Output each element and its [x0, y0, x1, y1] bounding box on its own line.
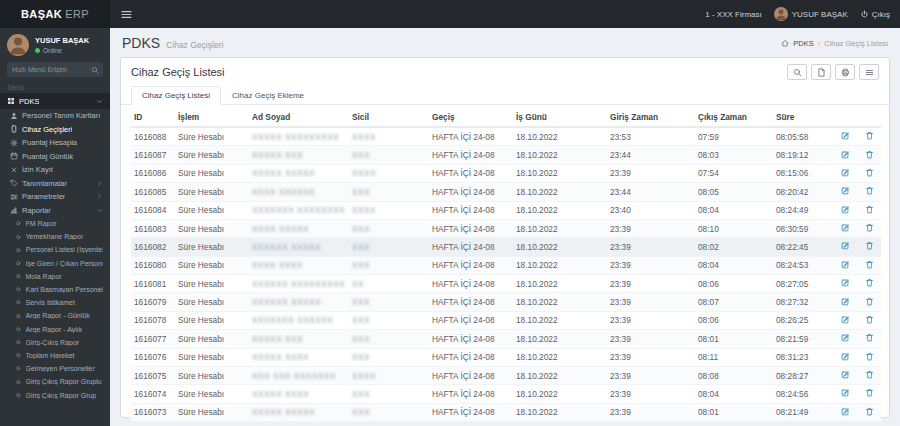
edit-row-button[interactable]	[841, 297, 850, 306]
sidebar-item-fm-rapor[interactable]: FM Rapor	[0, 217, 110, 230]
sidebar-item-i-zin-kayıt[interactable]: İzin Kayıt	[0, 163, 110, 177]
cell-sure: 08:26:25	[773, 311, 833, 329]
delete-row-button[interactable]	[865, 297, 874, 306]
table-row[interactable]: 1616075Süre HesabıXXX XXX XXXXXXXXXXXHAF…	[131, 366, 881, 384]
app-logo[interactable]: BAŞAKERP	[0, 0, 110, 28]
delete-row-button[interactable]	[865, 131, 874, 140]
cell-gecis: HAFTA İÇİ 24-08	[429, 127, 513, 146]
logout-label: Çıkış	[872, 10, 890, 19]
redacted-text: XXXXX XXXX	[252, 352, 309, 362]
edit-row-button[interactable]	[841, 315, 850, 324]
export-button[interactable]	[811, 64, 831, 80]
delete-row-button[interactable]	[865, 150, 874, 159]
table-row[interactable]: 1616073Süre HesabıXXXXX XXXXXXXXHAFTA İÇ…	[131, 403, 881, 421]
sidebar-item-pdks[interactable]: PDKS	[0, 93, 110, 109]
table-row[interactable]: 1616082Süre HesabıXXXXXX XXXXXXXXHAFTA İ…	[131, 238, 881, 256]
table-search-button[interactable]	[787, 64, 807, 80]
cell-is-gunu: 18.10.2022	[513, 256, 607, 274]
sidebar-item-kart-basmayan-personeller[interactable]: Kart Basmayan Personeller	[0, 283, 110, 296]
edit-row-button[interactable]	[841, 186, 850, 195]
edit-row-button[interactable]	[841, 150, 850, 159]
sidebar-item-yemekhane-rapor[interactable]: Yemekhane Rapor	[0, 230, 110, 243]
table-row[interactable]: 1616085Süre HesabıXXXX XXXXXXXXXHAFTA İÇ…	[131, 183, 881, 201]
edit-row-button[interactable]	[841, 407, 850, 416]
sidebar-item-raporlar[interactable]: Raporlar	[0, 204, 110, 218]
delete-row-button[interactable]	[865, 352, 874, 361]
edit-row-button[interactable]	[841, 352, 850, 361]
tab-cihaz-geçiş-ekleme[interactable]: Cihaz Geçiş Ekleme	[221, 86, 315, 105]
table-row[interactable]: 1616077Süre HesabıXXXXX XXXXXXHAFTA İÇİ …	[131, 330, 881, 348]
edit-row-button[interactable]	[841, 278, 850, 287]
sidebar-item-parametreler[interactable]: Parametreler	[0, 190, 110, 204]
breadcrumb-item[interactable]: PDKS	[793, 39, 813, 48]
delete-row-button[interactable]	[865, 370, 874, 379]
delete-row-button[interactable]	[865, 278, 874, 287]
sidebar-item-arge-rapor-günlük[interactable]: Arge Rapor - Günlük	[0, 309, 110, 322]
table-row[interactable]: 1616080Süre HesabıXXXX XXXXXXXHAFTA İÇİ …	[131, 256, 881, 274]
table-row[interactable]: 1616081Süre HesabıXXXXXX XXXXXXXXXXXHAFT…	[131, 275, 881, 293]
sidebar-item-giriş-çıkış-rapor-gruplu[interactable]: Giriş Çıkış Rapor Gruplu	[0, 375, 110, 388]
sidebar-item-servis-i-stikamet[interactable]: Servis İstikamet	[0, 296, 110, 309]
delete-row-button[interactable]	[865, 205, 874, 214]
sidebar-item-puantaj-hesapla[interactable]: Puantaj Hesapla	[0, 136, 110, 150]
company-name[interactable]: 1 - XXX Firması	[705, 10, 761, 19]
sidebar-item-giriş-çıkış-rapor[interactable]: Giriş-Çıkış Rapor	[0, 336, 110, 349]
table-row[interactable]: 1616088Süre HesabıXXXXX XXXXXXXXXXXXXHAF…	[131, 127, 881, 146]
sidebar-item-gelmeyen-personeller[interactable]: Gelmeyen Personeller	[0, 362, 110, 375]
cell-ad-soyad: XXXXX XXXXX	[249, 403, 349, 421]
sidebar-item-personel-tanım-kartları[interactable]: Personel Tanım Kartları	[0, 109, 110, 123]
sidebar-item-arge-rapor-aylık[interactable]: Arge Rapor - Aylık	[0, 323, 110, 336]
delete-row-button[interactable]	[865, 260, 874, 269]
delete-row-button[interactable]	[865, 168, 874, 177]
edit-row-button[interactable]	[841, 370, 850, 379]
sidebar-item-cihaz-geçişleri[interactable]: Cihaz Geçişleri	[0, 123, 110, 137]
table-row[interactable]: 1616083Süre HesabıXXXX XXXXXXXXHAFTA İÇİ…	[131, 219, 881, 237]
cell-islem: Süre Hesabı	[175, 366, 249, 384]
user-name: YUSUF BAŞAK	[792, 10, 848, 19]
calendar-icon	[10, 152, 18, 160]
table-row[interactable]: 1616078Süre HesabıXXXXXXX XXXXXXXXXHAFTA…	[131, 311, 881, 329]
table-row[interactable]: 1616076Süre HesabıXXXXX XXXXXXXHAFTA İÇİ…	[131, 348, 881, 366]
trash-icon	[865, 260, 874, 269]
cell-sure: 08:05:58	[773, 127, 833, 146]
table-row[interactable]: 1616084Süre HesabıXXXXXXX XXXXXXXXXXXXHA…	[131, 201, 881, 219]
table-menu-button[interactable]	[859, 64, 879, 80]
sidebar-item-giriş-çıkış-rapor-grup[interactable]: Giriş Çıkış Rapor Grup	[0, 388, 110, 401]
redacted-text: XXXX	[352, 371, 376, 381]
print-button[interactable]	[835, 64, 855, 80]
menu-search-button[interactable]	[87, 62, 103, 77]
edit-row-button[interactable]	[841, 131, 850, 140]
delete-row-button[interactable]	[865, 223, 874, 232]
sidebar-toggle-icon[interactable]	[120, 8, 133, 21]
sidebar-item-i-şe-giren-çıkan-personeller[interactable]: İşe Giren / Çıkan Personeller	[0, 257, 110, 270]
table-row[interactable]: 1616074Süre HesabıXXXXX XXXXXXXHAFTA İÇİ…	[131, 385, 881, 403]
delete-row-button[interactable]	[865, 241, 874, 250]
sidebar-item-puantaj-günlük[interactable]: Puantaj Günlük	[0, 150, 110, 164]
table-row[interactable]: 1616086Süre HesabıXXXXX XXXXXXXXXHAFTA İ…	[131, 164, 881, 182]
sidebar-item-mola-rapor[interactable]: Mola Rapor	[0, 270, 110, 283]
table-row[interactable]: 1616079Süre HesabıXXXXXX XXXXXXXXHAFTA İ…	[131, 293, 881, 311]
delete-row-button[interactable]	[865, 333, 874, 342]
delete-row-button[interactable]	[865, 186, 874, 195]
table-row[interactable]: 1616087Süre HesabıXXXXX XXXXXXHAFTA İÇİ …	[131, 146, 881, 164]
edit-row-button[interactable]	[841, 223, 850, 232]
user-menu[interactable]: YUSUF BAŞAK	[774, 7, 848, 21]
edit-row-button[interactable]	[841, 388, 850, 397]
edit-row-button[interactable]	[841, 241, 850, 250]
cell-is-gunu: 18.10.2022	[513, 183, 607, 201]
sidebar-menu: PDKSPersonel Tanım KartlarıCihaz Geçişle…	[0, 93, 110, 426]
edit-row-button[interactable]	[841, 260, 850, 269]
sidebar-item-toplam-hareket[interactable]: Toplam Hareket	[0, 349, 110, 362]
edit-row-button[interactable]	[841, 205, 850, 214]
delete-row-button[interactable]	[865, 315, 874, 324]
search-icon	[91, 66, 99, 74]
edit-row-button[interactable]	[841, 168, 850, 177]
menu-search-input[interactable]	[7, 62, 87, 77]
delete-row-button[interactable]	[865, 388, 874, 397]
logout-button[interactable]: Çıkış	[860, 10, 890, 19]
tab-cihaz-geçiş-listesi[interactable]: Cihaz Geçiş Listesi	[131, 86, 221, 105]
delete-row-button[interactable]	[865, 407, 874, 416]
sidebar-item-personel-listesi-i-şyerdekiler[interactable]: Personel Listesi (İşyerdekiler)	[0, 243, 110, 256]
sidebar-item-tanımlamalar[interactable]: Tanımlamalar	[0, 177, 110, 191]
edit-row-button[interactable]	[841, 333, 850, 342]
